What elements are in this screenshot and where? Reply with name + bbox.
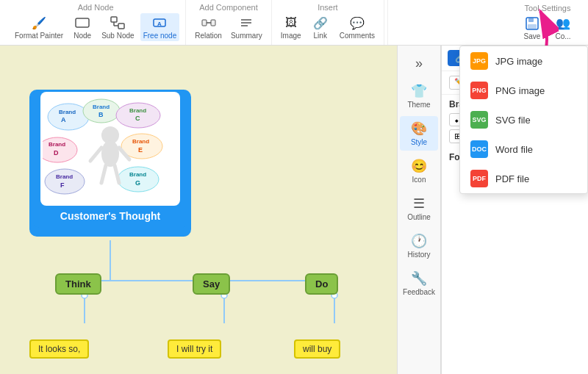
summary-icon <box>238 15 254 31</box>
sidebar-outline-btn[interactable]: ☰ Outline <box>400 191 438 226</box>
theme-icon: 👕 <box>411 83 427 99</box>
svg-rect-1 <box>111 17 117 22</box>
png-icon: PNG <box>470 82 488 99</box>
tool-settings-title: Tool Settings <box>525 4 571 12</box>
image-label: Image <box>281 32 301 40</box>
free-node-label: Free node <box>143 32 177 40</box>
sub-node-btn[interactable]: Sub Node <box>98 13 137 41</box>
link-btn[interactable]: 🔗 Link <box>307 13 334 41</box>
toolbar-group-add-node: Add Node 🖌️ Format Painter Node Sub Node <box>6 0 186 45</box>
relation-icon <box>201 15 217 31</box>
summary-label: Summary <box>231 32 262 40</box>
sidebar-icon-btn[interactable]: 😊 Icon <box>400 154 438 188</box>
main-node[interactable]: Brand A Brand B Brand C Brand D Brand E … <box>29 90 191 237</box>
sidebar: » 👕 Theme 🎨 Style 😊 Icon ☰ Outline 🕐 His… <box>397 46 441 374</box>
save-btn[interactable]: Save <box>519 14 545 42</box>
icon-icon: 😊 <box>411 158 427 174</box>
node-icon <box>74 15 90 31</box>
sidebar-history-btn[interactable]: 🕐 History <box>400 229 438 263</box>
sidebar-feedback-btn[interactable]: 🔧 Feedback <box>400 266 438 301</box>
style-label: Style <box>411 138 427 146</box>
comments-icon: 💬 <box>349 15 365 31</box>
add-node-items: 🖌️ Format Painter Node Sub Node A Free <box>12 13 179 41</box>
dropdown-doc[interactable]: DOC Word file <box>460 134 587 164</box>
export-dropdown: JPG JPG image PNG PNG image SVG SVG file… <box>459 46 588 194</box>
top-toolbar: Add Node 🖌️ Format Painter Node Sub Node <box>0 0 588 46</box>
leaf-node-try[interactable]: I will try it <box>168 339 221 359</box>
relation-btn[interactable]: Relation <box>192 13 225 41</box>
co-btn[interactable]: 👥 Co... <box>550 14 576 42</box>
svg-rect-8 <box>202 20 207 26</box>
insert-title: Insert <box>318 3 338 12</box>
doc-icon: DOC <box>470 140 488 158</box>
format-painter-btn[interactable]: 🖌️ Format Painter <box>12 13 66 41</box>
format-painter-label: Format Painter <box>15 32 63 40</box>
toolbar-group-add-component: Add Component Relation Summary <box>186 0 272 45</box>
svg-text:Brand: Brand <box>56 173 73 180</box>
link-icon: 🔗 <box>312 15 329 31</box>
png-label: PNG image <box>495 85 545 96</box>
svg-text:Brand: Brand <box>93 104 110 110</box>
svg-text:E: E <box>138 146 143 154</box>
leaf-node-looks[interactable]: It looks so, <box>29 339 89 359</box>
svg-text:Brand: Brand <box>49 141 65 148</box>
format-painter-icon: 🖌️ <box>31 15 47 31</box>
doc-label: Word file <box>495 144 533 155</box>
jpg-icon: JPG <box>470 52 488 70</box>
child-node-say[interactable]: Say <box>193 273 230 295</box>
svg-label: SVG file <box>495 115 531 126</box>
feedback-label: Feedback <box>403 288 435 296</box>
pdf-label: PDF file <box>495 173 529 184</box>
svg-text:B: B <box>98 111 104 118</box>
sub-node-label: Sub Node <box>101 32 134 40</box>
dropdown-svg[interactable]: SVG SVG file <box>460 105 587 134</box>
add-component-title: Add Component <box>199 3 258 12</box>
node-label: Node <box>74 32 91 40</box>
svg-text:G: G <box>135 179 140 187</box>
svg-rect-2 <box>118 24 124 29</box>
image-btn[interactable]: 🖼 Image <box>278 13 304 41</box>
relation-label: Relation <box>195 32 222 40</box>
add-component-items: Relation Summary <box>192 13 265 41</box>
save-label: Save <box>524 32 541 40</box>
svg-rect-0 <box>76 18 89 27</box>
leaf-node-buy[interactable]: will buy <box>294 339 340 359</box>
theme-label: Theme <box>407 101 430 109</box>
sidebar-expand-btn[interactable]: » <box>411 51 427 76</box>
sidebar-style-btn[interactable]: 🎨 Style <box>400 116 438 151</box>
svg-text:Brand: Brand <box>59 109 76 115</box>
dropdown-pdf[interactable]: PDF PDF file <box>460 164 587 193</box>
comments-label: Comments <box>340 32 375 40</box>
feedback-icon: 🔧 <box>411 270 427 287</box>
svg-point-26 <box>48 104 89 130</box>
svg-text:Brand: Brand <box>129 107 146 114</box>
comments-btn[interactable]: 💬 Comments <box>337 13 378 41</box>
pdf-icon: PDF <box>470 170 488 187</box>
canvas-area[interactable]: Brand A Brand B Brand C Brand D Brand E … <box>0 46 397 374</box>
dropdown-png[interactable]: PNG PNG image <box>460 76 587 105</box>
svg-text:C: C <box>135 115 140 122</box>
node-btn[interactable]: Node <box>69 13 96 41</box>
svg-text:D: D <box>54 149 59 157</box>
summary-btn[interactable]: Summary <box>228 13 265 41</box>
dropdown-jpg[interactable]: JPG JPG image <box>460 46 587 76</box>
add-node-title: Add Node <box>78 3 114 12</box>
free-node-btn[interactable]: A Free node <box>140 13 180 41</box>
svg-text:F: F <box>60 181 65 189</box>
free-node-icon: A <box>151 15 168 31</box>
svg-line-52 <box>115 165 119 183</box>
svg-point-48 <box>101 140 119 167</box>
child-node-do[interactable]: Do <box>305 273 338 295</box>
svg-text:A: A <box>158 21 162 27</box>
child-node-think[interactable]: Think <box>55 273 101 295</box>
image-icon: 🖼 <box>283 15 299 31</box>
main-node-label: Customer's Thought <box>60 210 160 222</box>
insert-items: 🖼 Image 🔗 Link 💬 Comments <box>278 13 378 41</box>
svg-rect-9 <box>211 20 215 26</box>
sub-node-icon <box>110 15 126 31</box>
svg-text:A: A <box>61 116 66 123</box>
outline-icon: ☰ <box>413 195 425 212</box>
toolbar-group-insert: Insert 🖼 Image 🔗 Link 💬 Comments <box>272 0 384 45</box>
sidebar-theme-btn[interactable]: 👕 Theme <box>400 79 438 113</box>
svg-line-49 <box>90 148 101 161</box>
